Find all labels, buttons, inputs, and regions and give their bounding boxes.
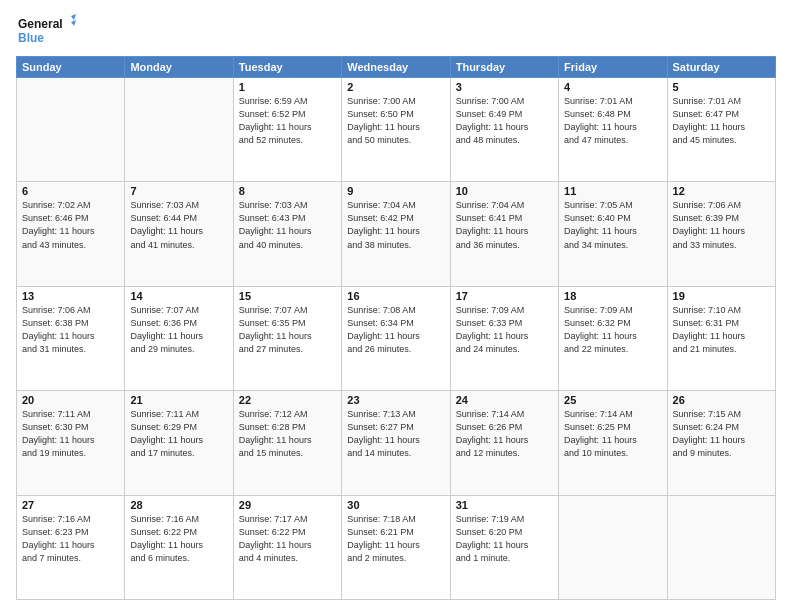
calendar-day-cell: 18Sunrise: 7:09 AM Sunset: 6:32 PM Dayli… [559, 286, 667, 390]
calendar-day-header: Sunday [17, 57, 125, 78]
day-info: Sunrise: 7:19 AM Sunset: 6:20 PM Dayligh… [456, 513, 553, 565]
svg-marker-2 [71, 14, 76, 20]
svg-marker-3 [71, 20, 76, 26]
calendar-day-cell: 21Sunrise: 7:11 AM Sunset: 6:29 PM Dayli… [125, 391, 233, 495]
calendar-table: SundayMondayTuesdayWednesdayThursdayFrid… [16, 56, 776, 600]
calendar-day-cell: 28Sunrise: 7:16 AM Sunset: 6:22 PM Dayli… [125, 495, 233, 599]
day-info: Sunrise: 7:17 AM Sunset: 6:22 PM Dayligh… [239, 513, 336, 565]
calendar-day-header: Thursday [450, 57, 558, 78]
day-info: Sunrise: 7:13 AM Sunset: 6:27 PM Dayligh… [347, 408, 444, 460]
day-info: Sunrise: 7:11 AM Sunset: 6:29 PM Dayligh… [130, 408, 227, 460]
calendar-day-cell: 13Sunrise: 7:06 AM Sunset: 6:38 PM Dayli… [17, 286, 125, 390]
day-number: 25 [564, 394, 661, 406]
calendar-day-cell: 19Sunrise: 7:10 AM Sunset: 6:31 PM Dayli… [667, 286, 775, 390]
day-number: 10 [456, 185, 553, 197]
day-number: 5 [673, 81, 770, 93]
svg-text:General: General [18, 17, 63, 31]
day-number: 9 [347, 185, 444, 197]
calendar-day-cell: 11Sunrise: 7:05 AM Sunset: 6:40 PM Dayli… [559, 182, 667, 286]
calendar-week-row: 13Sunrise: 7:06 AM Sunset: 6:38 PM Dayli… [17, 286, 776, 390]
day-info: Sunrise: 7:04 AM Sunset: 6:42 PM Dayligh… [347, 199, 444, 251]
calendar-day-cell: 26Sunrise: 7:15 AM Sunset: 6:24 PM Dayli… [667, 391, 775, 495]
day-number: 30 [347, 499, 444, 511]
calendar-day-cell: 2Sunrise: 7:00 AM Sunset: 6:50 PM Daylig… [342, 78, 450, 182]
day-number: 1 [239, 81, 336, 93]
calendar-day-cell [125, 78, 233, 182]
day-number: 4 [564, 81, 661, 93]
calendar-day-cell: 12Sunrise: 7:06 AM Sunset: 6:39 PM Dayli… [667, 182, 775, 286]
calendar-day-cell: 4Sunrise: 7:01 AM Sunset: 6:48 PM Daylig… [559, 78, 667, 182]
page: General Blue SundayMondayTuesdayWednesda… [0, 0, 792, 612]
day-number: 11 [564, 185, 661, 197]
calendar-day-cell: 15Sunrise: 7:07 AM Sunset: 6:35 PM Dayli… [233, 286, 341, 390]
day-info: Sunrise: 7:14 AM Sunset: 6:26 PM Dayligh… [456, 408, 553, 460]
svg-text:Blue: Blue [18, 31, 44, 45]
day-info: Sunrise: 7:11 AM Sunset: 6:30 PM Dayligh… [22, 408, 119, 460]
calendar-day-header: Wednesday [342, 57, 450, 78]
calendar-week-row: 20Sunrise: 7:11 AM Sunset: 6:30 PM Dayli… [17, 391, 776, 495]
calendar-day-cell: 8Sunrise: 7:03 AM Sunset: 6:43 PM Daylig… [233, 182, 341, 286]
day-info: Sunrise: 7:03 AM Sunset: 6:43 PM Dayligh… [239, 199, 336, 251]
calendar-day-cell: 22Sunrise: 7:12 AM Sunset: 6:28 PM Dayli… [233, 391, 341, 495]
day-info: Sunrise: 7:05 AM Sunset: 6:40 PM Dayligh… [564, 199, 661, 251]
day-info: Sunrise: 7:01 AM Sunset: 6:48 PM Dayligh… [564, 95, 661, 147]
calendar-day-cell: 25Sunrise: 7:14 AM Sunset: 6:25 PM Dayli… [559, 391, 667, 495]
day-number: 21 [130, 394, 227, 406]
day-number: 2 [347, 81, 444, 93]
calendar-week-row: 1Sunrise: 6:59 AM Sunset: 6:52 PM Daylig… [17, 78, 776, 182]
calendar-week-row: 6Sunrise: 7:02 AM Sunset: 6:46 PM Daylig… [17, 182, 776, 286]
day-info: Sunrise: 6:59 AM Sunset: 6:52 PM Dayligh… [239, 95, 336, 147]
calendar-day-cell: 17Sunrise: 7:09 AM Sunset: 6:33 PM Dayli… [450, 286, 558, 390]
day-info: Sunrise: 7:06 AM Sunset: 6:39 PM Dayligh… [673, 199, 770, 251]
calendar-day-cell: 14Sunrise: 7:07 AM Sunset: 6:36 PM Dayli… [125, 286, 233, 390]
day-number: 12 [673, 185, 770, 197]
day-number: 7 [130, 185, 227, 197]
day-number: 29 [239, 499, 336, 511]
header: General Blue [16, 12, 776, 48]
calendar-day-cell [17, 78, 125, 182]
calendar-day-cell: 29Sunrise: 7:17 AM Sunset: 6:22 PM Dayli… [233, 495, 341, 599]
day-info: Sunrise: 7:09 AM Sunset: 6:32 PM Dayligh… [564, 304, 661, 356]
day-info: Sunrise: 7:04 AM Sunset: 6:41 PM Dayligh… [456, 199, 553, 251]
calendar-day-cell: 24Sunrise: 7:14 AM Sunset: 6:26 PM Dayli… [450, 391, 558, 495]
day-number: 15 [239, 290, 336, 302]
calendar-day-cell: 20Sunrise: 7:11 AM Sunset: 6:30 PM Dayli… [17, 391, 125, 495]
calendar-day-cell: 5Sunrise: 7:01 AM Sunset: 6:47 PM Daylig… [667, 78, 775, 182]
day-number: 26 [673, 394, 770, 406]
day-info: Sunrise: 7:09 AM Sunset: 6:33 PM Dayligh… [456, 304, 553, 356]
calendar-day-header: Tuesday [233, 57, 341, 78]
day-info: Sunrise: 7:10 AM Sunset: 6:31 PM Dayligh… [673, 304, 770, 356]
calendar-day-cell: 16Sunrise: 7:08 AM Sunset: 6:34 PM Dayli… [342, 286, 450, 390]
day-number: 31 [456, 499, 553, 511]
day-number: 22 [239, 394, 336, 406]
day-info: Sunrise: 7:00 AM Sunset: 6:49 PM Dayligh… [456, 95, 553, 147]
day-info: Sunrise: 7:14 AM Sunset: 6:25 PM Dayligh… [564, 408, 661, 460]
calendar-day-header: Friday [559, 57, 667, 78]
day-number: 8 [239, 185, 336, 197]
day-number: 18 [564, 290, 661, 302]
day-number: 20 [22, 394, 119, 406]
calendar-day-cell [559, 495, 667, 599]
calendar-day-cell: 6Sunrise: 7:02 AM Sunset: 6:46 PM Daylig… [17, 182, 125, 286]
day-info: Sunrise: 7:18 AM Sunset: 6:21 PM Dayligh… [347, 513, 444, 565]
calendar-day-cell: 31Sunrise: 7:19 AM Sunset: 6:20 PM Dayli… [450, 495, 558, 599]
day-number: 19 [673, 290, 770, 302]
logo-svg: General Blue [16, 12, 76, 48]
day-info: Sunrise: 7:08 AM Sunset: 6:34 PM Dayligh… [347, 304, 444, 356]
calendar-day-header: Monday [125, 57, 233, 78]
day-info: Sunrise: 7:06 AM Sunset: 6:38 PM Dayligh… [22, 304, 119, 356]
day-number: 14 [130, 290, 227, 302]
day-info: Sunrise: 7:16 AM Sunset: 6:22 PM Dayligh… [130, 513, 227, 565]
day-number: 3 [456, 81, 553, 93]
day-number: 23 [347, 394, 444, 406]
day-info: Sunrise: 7:07 AM Sunset: 6:36 PM Dayligh… [130, 304, 227, 356]
day-number: 24 [456, 394, 553, 406]
day-number: 17 [456, 290, 553, 302]
day-number: 27 [22, 499, 119, 511]
day-info: Sunrise: 7:15 AM Sunset: 6:24 PM Dayligh… [673, 408, 770, 460]
logo: General Blue [16, 12, 76, 48]
calendar-day-cell: 3Sunrise: 7:00 AM Sunset: 6:49 PM Daylig… [450, 78, 558, 182]
day-info: Sunrise: 7:07 AM Sunset: 6:35 PM Dayligh… [239, 304, 336, 356]
day-info: Sunrise: 7:02 AM Sunset: 6:46 PM Dayligh… [22, 199, 119, 251]
day-info: Sunrise: 7:00 AM Sunset: 6:50 PM Dayligh… [347, 95, 444, 147]
